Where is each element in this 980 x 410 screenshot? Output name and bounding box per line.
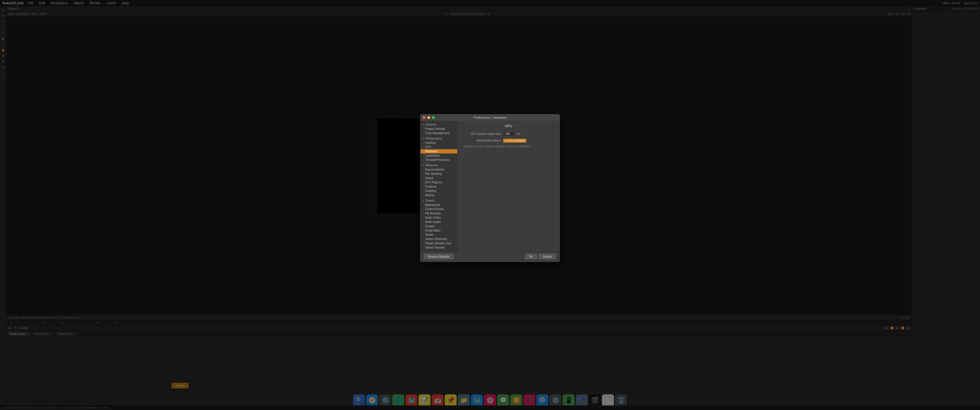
pref-ofx[interactable]: OFX Plug-ins (420, 180, 457, 184)
window-maximize-btn[interactable] (432, 116, 435, 119)
pref-viewer[interactable]: Viewer (420, 233, 457, 237)
pref-section-panels: ▼ Panels Appearance Control Panels File … (420, 198, 457, 250)
pref-section-behaviors-header[interactable]: ▼ Behaviors (420, 163, 457, 167)
performance-label: Performance (426, 137, 442, 140)
pref-threads[interactable]: Threads/Processes (420, 158, 457, 162)
prefs-sidebar: ▼ General Project Defaults Color Managem… (420, 121, 458, 251)
modal-overlay: Preferences - Hardware ▼ General Project… (0, 0, 980, 410)
pref-control-panels[interactable]: Control Panels (420, 207, 457, 211)
window-close-btn[interactable] (423, 116, 426, 119)
pref-scopes[interactable]: Scopes (420, 224, 457, 228)
arrow-panels: ▼ (422, 199, 425, 202)
pref-color-management[interactable]: Color Management (420, 131, 457, 135)
gpu-section-title: GPU (461, 124, 556, 128)
arrow-performance: ▼ (422, 137, 425, 140)
arrow-general: ▼ (422, 123, 425, 126)
prefs-titlebar: Preferences - Hardware (420, 114, 560, 121)
pref-documentation[interactable]: Documentation (420, 167, 457, 172)
arrow-behaviors: ▼ (422, 164, 425, 167)
pref-section-panels-header[interactable]: ▼ Panels (420, 199, 457, 203)
pref-viewer-flipbook[interactable]: Viewer (Flipbook) (420, 237, 457, 241)
restore-defaults-button[interactable]: Restore Defaults (424, 254, 453, 259)
gpu-cache-value[interactable]: 256 (503, 132, 514, 137)
window-minimize-btn[interactable] (427, 116, 430, 119)
pref-script-editor[interactable]: Script Editor (420, 228, 457, 233)
gpu-cache-row: GPU texture cache size 256 Mb (461, 132, 556, 137)
prefs-content: GPU GPU texture cache size 256 Mb defaul… (458, 121, 560, 251)
prefs-footer: Restore Defaults Ok Cancel (420, 251, 560, 262)
prefs-title: Preferences - Hardware (474, 116, 507, 119)
pref-file-handling[interactable]: File Handling (420, 172, 457, 176)
pref-scripting[interactable]: Scripting (420, 189, 457, 193)
behaviors-label: Behaviors (426, 164, 438, 167)
panels-label: Panels (426, 199, 434, 202)
pref-appearance[interactable]: Appearance (420, 203, 457, 207)
pref-node-graph[interactable]: Node Graph (420, 220, 457, 224)
pref-section-performance: ▼ Performance Caching GPU Hardware Local… (420, 136, 457, 162)
pref-localization[interactable]: Localization (420, 154, 457, 158)
pref-caching[interactable]: Caching (420, 141, 457, 145)
blink-device-row: default blink device no GPU available (461, 139, 556, 143)
pref-positions[interactable]: Positions (420, 184, 457, 189)
blink-label: default blink device (461, 139, 501, 142)
pref-hardware[interactable]: Hardware (420, 149, 457, 154)
pref-viewer-monitor-out[interactable]: Viewer (Monitor Out) (420, 241, 457, 245)
gpu-cache-label: GPU texture cache size (461, 132, 501, 135)
pref-section-general-header[interactable]: ▼ General (420, 122, 457, 127)
pref-nodes[interactable]: Nodes (420, 176, 457, 180)
pref-section-behaviors: ▼ Behaviors Documentation File Handling … (420, 162, 457, 198)
pref-section-performance-header[interactable]: ▼ Performance (420, 137, 457, 141)
pref-gpu[interactable]: GPU (420, 145, 457, 149)
cancel-button[interactable]: Cancel (539, 254, 556, 259)
no-gpu-badge: no GPU available (503, 139, 527, 143)
prefs-body: ▼ General Project Defaults Color Managem… (420, 121, 560, 251)
pref-section-general: ▼ General Project Defaults Color Managem… (420, 122, 457, 136)
pref-node-colors[interactable]: Node Colors (420, 216, 457, 220)
pref-project-defaults[interactable]: Project Defaults (420, 127, 457, 131)
pref-startup[interactable]: Startup (420, 193, 457, 197)
pref-viewer-handles[interactable]: Viewer Handles (420, 245, 457, 250)
general-label: General (426, 123, 436, 126)
preferences-dialog: Preferences - Hardware ▼ General Project… (420, 114, 560, 262)
pref-file-browser[interactable]: File Browser (420, 211, 457, 216)
gpu-note: Changing the GPU settings requires a res… (463, 145, 556, 148)
gpu-cache-unit: Mb (517, 132, 521, 135)
ok-button[interactable]: Ok (525, 254, 537, 259)
